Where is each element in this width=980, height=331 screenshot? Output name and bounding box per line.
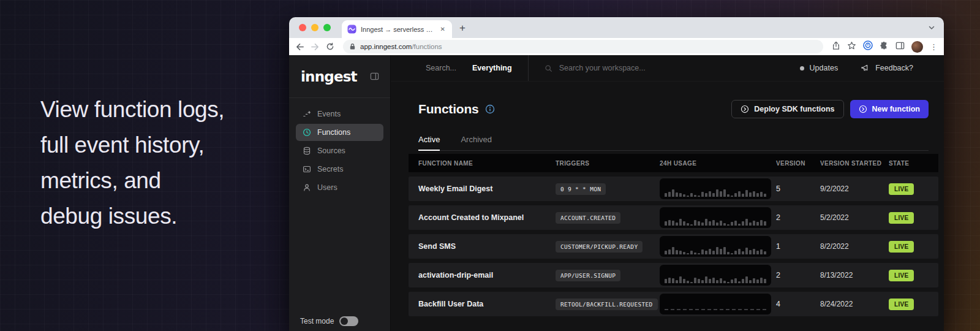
extensions-puzzle-icon[interactable]: [880, 41, 889, 53]
usage-bar: [760, 249, 763, 254]
circle-play-icon: [741, 105, 749, 113]
feedback-link[interactable]: Feedback?: [875, 64, 913, 72]
usage-bar: [727, 252, 729, 254]
sidebar-collapse-icon[interactable]: [370, 72, 379, 81]
usage-bar: [723, 223, 726, 226]
function-name: Weekly Email Digest: [418, 185, 556, 193]
sidebar-item-events[interactable]: Events: [296, 105, 383, 123]
live-status-badge: LIVE: [889, 183, 914, 195]
usage-bar: [679, 219, 682, 226]
usage-bar: [734, 278, 737, 283]
search-scope[interactable]: Everything: [472, 64, 512, 72]
usage-bar: [705, 251, 707, 254]
usage-bar: [679, 276, 682, 283]
sidebar-item-sources[interactable]: Sources: [296, 142, 383, 159]
info-icon[interactable]: [485, 104, 495, 114]
usage-bar: [753, 191, 755, 197]
usage-bar: [734, 221, 737, 226]
deploy-sdk-functions-button[interactable]: Deploy SDK functions: [731, 100, 843, 118]
trigger-cell: APP/USER.SIGNUP: [556, 269, 660, 281]
function-name: Account Created to Mixpanel: [418, 213, 556, 222]
usage-bar: [764, 251, 766, 254]
side-panel-icon[interactable]: [895, 41, 905, 53]
zoom-window-button[interactable]: [323, 24, 331, 31]
sidebar-nav: EventsFunctionsSourcesSecretsUsers: [289, 98, 390, 205]
url-text: app.inngest.com/functions: [360, 43, 442, 50]
table-row[interactable]: Send SMSCUSTOMER/PICKUP.READY18/2/2022LI…: [409, 234, 938, 259]
table-row[interactable]: Weekly Email Digest0 9 * * MON59/2/2022L…: [409, 177, 938, 201]
function-name: Backfill User Data: [418, 300, 556, 308]
tab-archived[interactable]: Archived: [461, 135, 492, 150]
column-header: FUNCTION NAME: [418, 160, 556, 167]
back-icon[interactable]: [295, 42, 304, 51]
usage-bar: [716, 223, 718, 226]
usage-bar: [745, 276, 748, 283]
usage-bar: [756, 222, 759, 226]
table-row[interactable]: Backfill User DataRETOOL/BACKFILL.REQUES…: [409, 292, 938, 316]
usage-bar: [705, 193, 707, 197]
usage-bar: [698, 253, 700, 254]
sidebar-item-label: Users: [317, 183, 337, 192]
sidebar-item-functions[interactable]: Functions: [296, 124, 383, 141]
megaphone-icon: [861, 64, 870, 72]
browser-menu-icon[interactable]: ⋮: [930, 42, 938, 51]
usage-bar: [745, 248, 748, 254]
usage-bar: [734, 251, 737, 254]
table-row[interactable]: Account Created to MixpanelACCOUNT.CREAT…: [409, 205, 938, 230]
function-tabs: ActiveArchived: [418, 135, 929, 151]
inngest-logo: inngest: [301, 69, 357, 85]
lock-icon: [349, 43, 356, 50]
chevron-down-icon[interactable]: [928, 23, 935, 34]
usage-bar: [727, 224, 729, 226]
hero-line: debug issues.: [40, 199, 224, 234]
inngest-app: inngest EventsFunctionsSourcesSecretsUse…: [289, 55, 944, 331]
refresh-icon[interactable]: [326, 42, 334, 51]
usage-bar: [709, 249, 711, 254]
search-shortcut[interactable]: Search...: [426, 64, 456, 72]
sidebar: inngest EventsFunctionsSourcesSecretsUse…: [289, 55, 391, 331]
table-row[interactable]: activation-drip-emailAPP/USER.SIGNUP28/1…: [409, 263, 938, 287]
tab-active[interactable]: Active: [418, 135, 440, 150]
usage-bar: [738, 191, 741, 197]
usage-bar: [709, 221, 711, 226]
live-status-badge: LIVE: [889, 212, 914, 224]
usage-bar: [668, 249, 671, 254]
usage-bar: [679, 193, 682, 197]
close-window-button[interactable]: [299, 24, 306, 31]
usage-bar: [668, 220, 671, 226]
updates-link[interactable]: Updates: [810, 64, 839, 72]
usage-bar: [742, 279, 744, 283]
state-cell: LIVE: [889, 269, 929, 281]
usage-bar: [709, 279, 711, 283]
address-bar[interactable]: app.inngest.com/functions: [343, 40, 823, 53]
browser-window: Inngest → serverless event-dri ✕ +: [289, 17, 944, 331]
column-header: VERSION STARTED: [820, 160, 889, 167]
usage-bar: [745, 219, 748, 226]
version-started-value: 9/2/2022: [820, 185, 889, 193]
usage-bar: [694, 253, 696, 254]
usage-bar: [745, 190, 748, 197]
onepassword-extension-icon[interactable]: [863, 40, 873, 53]
browser-tab[interactable]: Inngest → serverless event-dri ✕: [342, 20, 452, 38]
test-mode-toggle[interactable]: [339, 316, 358, 326]
workspace-search-input[interactable]: Search your workspace...: [545, 64, 646, 72]
tab-close-icon[interactable]: ✕: [439, 26, 447, 32]
profile-avatar[interactable]: [911, 41, 923, 53]
new-function-button[interactable]: New function: [850, 100, 929, 118]
usage-bar: [665, 193, 667, 197]
events-icon: [302, 110, 311, 118]
usage-bar: [753, 221, 755, 226]
sidebar-item-secrets[interactable]: Secrets: [296, 161, 383, 178]
usage-cell: [660, 207, 776, 228]
new-tab-button[interactable]: +: [459, 23, 466, 33]
secrets-icon: [302, 165, 311, 173]
usage-bar: [742, 251, 744, 254]
share-icon[interactable]: [832, 41, 840, 53]
usage-cell: [660, 178, 776, 199]
bookmark-star-icon[interactable]: [847, 41, 856, 53]
forward-icon[interactable]: [311, 42, 320, 51]
minimize-window-button[interactable]: [311, 24, 318, 31]
usage-bar: [709, 191, 711, 197]
version-started-value: 8/13/2022: [820, 271, 889, 280]
sidebar-item-users[interactable]: Users: [296, 179, 383, 196]
